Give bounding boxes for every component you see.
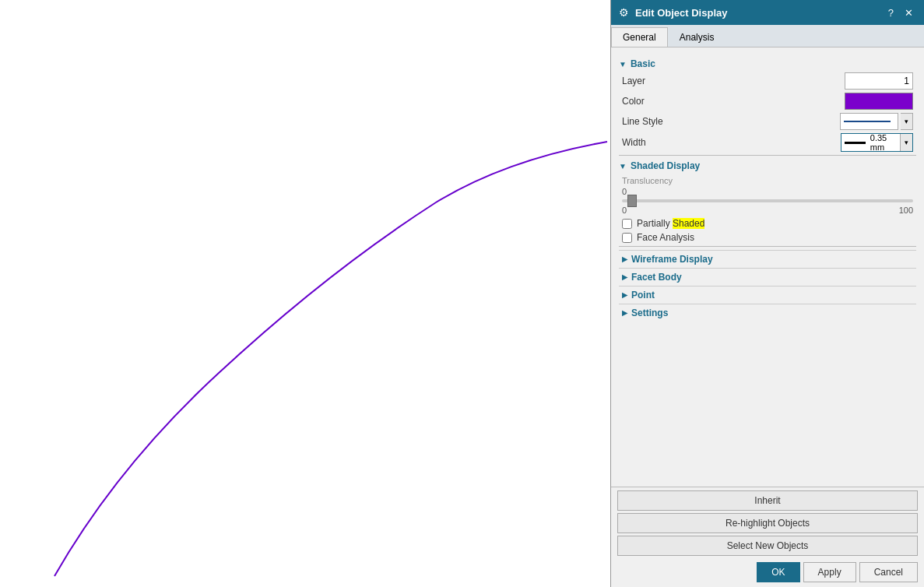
bottom-buttons: Inherit Re-highlight Objects Select New … [611,487,924,559]
divider-1 [619,155,916,156]
divider-2 [619,246,916,247]
point-arrow-icon: ▶ [622,291,627,299]
slider-track[interactable] [622,199,913,202]
dialog-title: Edit Object Display [635,7,727,19]
color-value [845,93,913,110]
partially-shaded-label: Partially Shaded [637,218,704,229]
wireframe-section-label: Wireframe Display [631,254,713,265]
partially-shaded-checkbox[interactable] [622,219,632,229]
line-style-display[interactable] [840,113,898,130]
settings-section-header[interactable]: ▶ Settings [619,304,916,322]
facet-body-section-label: Facet Body [631,272,682,283]
help-button[interactable]: ? [885,7,897,19]
slider-range: 0 100 [622,206,913,215]
slider-max: 100 [899,206,913,215]
facet-body-arrow-icon: ▶ [622,273,627,281]
line-solid-preview [844,121,891,122]
slider-min: 0 [622,206,627,215]
color-label: Color [622,96,645,107]
width-value-text: 0.35 mm [870,133,900,152]
basic-arrow-icon: ▼ [619,60,627,69]
face-analysis-checkbox[interactable] [622,233,632,243]
translucency-slider-wrapper: 0 100 [622,199,913,215]
layer-label: Layer [622,76,645,86]
slider-thumb[interactable] [627,195,637,207]
tab-bar: General Analysis [611,25,924,47]
ok-button[interactable]: OK [757,562,799,582]
settings-arrow-icon: ▶ [622,309,627,317]
apply-button[interactable]: Apply [803,562,856,582]
wireframe-section-header[interactable]: ▶ Wireframe Display [619,250,916,268]
face-analysis-row: Face Analysis [622,232,913,243]
shaded-section-header[interactable]: ▼ Shaded Display [619,160,916,171]
title-bar-right: ? ✕ [885,7,916,19]
width-row: Width 0.35 mm ▾ [619,133,916,152]
line-style-label: Line Style [622,116,663,127]
point-section-label: Point [631,290,655,301]
shaded-arrow-icon: ▼ [619,162,627,170]
color-row: Color [619,93,916,110]
cancel-button[interactable]: Cancel [859,562,918,582]
title-bar: ⚙ Edit Object Display ? ✕ [611,0,924,25]
line-style-value: ▾ [840,113,913,130]
gear-icon: ⚙ [619,6,629,19]
title-bar-left: ⚙ Edit Object Display [619,6,727,19]
face-analysis-label: Face Analysis [637,232,694,243]
width-line-preview [845,142,866,144]
line-style-row: Line Style ▾ [619,113,916,130]
color-swatch[interactable] [845,93,913,110]
highlight-shaded: Shaded [673,218,704,229]
inherit-button[interactable]: Inherit [617,490,918,511]
facet-body-section-header[interactable]: ▶ Facet Body [619,268,916,286]
point-section-header[interactable]: ▶ Point [619,286,916,304]
action-row: OK Apply Cancel [611,559,924,587]
width-display: 0.35 mm [841,134,900,151]
layer-input[interactable] [845,72,913,90]
translucency-label: Translucency [622,176,913,185]
settings-section-label: Settings [631,308,668,318]
dialog-content: ▼ Basic Layer Color Line Style ▾ [611,47,924,487]
width-value: 0.35 mm ▾ [841,133,913,152]
basic-section-label: Basic [631,58,655,69]
translucency-value: 0 [622,187,913,196]
partially-shaded-row: Partially Shaded [622,218,913,229]
layer-value [845,72,913,90]
close-button[interactable]: ✕ [901,7,916,19]
basic-section-header[interactable]: ▼ Basic [619,58,916,69]
tab-analysis[interactable]: Analysis [668,27,726,47]
tab-general[interactable]: General [611,27,668,47]
edit-object-display-dialog: ⚙ Edit Object Display ? ✕ General Analys… [610,0,924,587]
layer-row: Layer [619,72,916,90]
shaded-section-label: Shaded Display [631,160,700,171]
width-selector[interactable]: 0.35 mm ▾ [841,133,913,152]
rehighlight-button[interactable]: Re-highlight Objects [617,513,918,533]
canvas-area [0,0,610,587]
width-label: Width [622,137,646,148]
select-new-objects-button[interactable]: Select New Objects [617,536,918,556]
width-dropdown-arrow[interactable]: ▾ [900,134,912,151]
line-style-dropdown-arrow[interactable]: ▾ [901,113,913,130]
wireframe-arrow-icon: ▶ [622,255,627,263]
